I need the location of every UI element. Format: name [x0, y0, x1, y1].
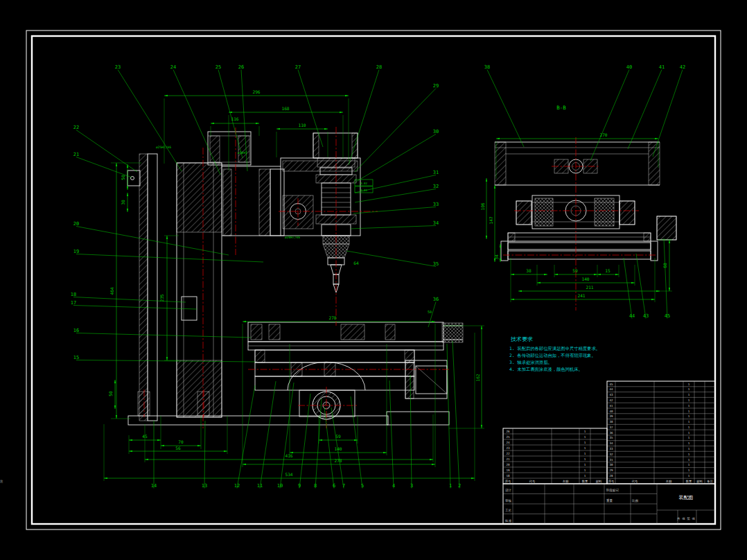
bom-qty: 1 — [688, 414, 690, 418]
dimension-text: 241 — [577, 293, 585, 298]
callout-number: 19 — [73, 249, 79, 254]
bom-seq: 25 — [506, 435, 510, 439]
drawing-title: 装配图 — [679, 495, 694, 500]
bom-qty: 1 — [688, 426, 690, 429]
callout-number: 9 — [298, 483, 301, 489]
callout-number: 10 — [277, 483, 283, 489]
bom-seq: 38 — [609, 420, 613, 423]
callout-number: 7 — [342, 483, 345, 489]
callout-leader — [299, 394, 310, 489]
tech-requirement-line: 1. 装配后的各部位应满足图中尺寸精度要求。 — [509, 346, 600, 351]
callout-leader — [447, 344, 450, 489]
bom-seq: 18 — [506, 474, 510, 478]
tech-requirements-title: 技术要求 — [510, 336, 533, 342]
callout-leader — [173, 70, 220, 175]
callout-number: 43 — [643, 313, 649, 319]
bom-header: 备注 — [707, 480, 713, 483]
bom-seq: 23 — [506, 446, 510, 450]
base-extension — [387, 412, 449, 425]
bom-seq: 33 — [609, 447, 613, 450]
callout-leader — [355, 89, 436, 173]
dimension-text: 464 — [109, 287, 114, 295]
spindle-cap — [313, 133, 358, 158]
bom-qty: 1 — [584, 441, 586, 444]
callout-leader — [260, 381, 276, 489]
bom-seq: 29 — [609, 469, 613, 472]
callout-number: 44 — [629, 313, 635, 319]
dimension-text: 534 — [285, 472, 292, 477]
bom-qty: 1 — [688, 393, 690, 396]
bom-seq: 20 — [506, 463, 510, 466]
column-wall — [148, 154, 157, 421]
bom-qty: 1 — [688, 404, 690, 408]
bom-seq: 34 — [609, 441, 613, 445]
bom-qty: 1 — [688, 387, 690, 391]
callout-number: 27 — [295, 64, 301, 70]
callout-leader — [237, 385, 255, 489]
callout-leader — [73, 297, 186, 303]
callout-number: 45 — [665, 313, 670, 319]
saddle-lower — [255, 376, 414, 390]
bom-header: 序号 — [505, 480, 511, 484]
callout-number: 16 — [73, 328, 79, 333]
bom-header: 代号 — [529, 480, 536, 483]
bom-header: 代号 — [631, 480, 638, 483]
dimension-text: 416 — [285, 453, 292, 458]
bom-qty: 1 — [584, 474, 586, 478]
callout-leader — [349, 70, 379, 166]
dimension-text: 59 — [335, 434, 341, 439]
slide-plate — [270, 169, 284, 236]
callout-number: 29 — [433, 83, 439, 89]
bom-header: 材料 — [595, 480, 602, 484]
sheet-frame — [26, 30, 721, 530]
bom-seq: 28 — [609, 474, 613, 478]
dimension-text: 50 — [108, 391, 113, 396]
tech-requirement-line: 3. 轴承处涂润滑脂。 — [509, 360, 552, 365]
sign-label: 审核 — [505, 499, 512, 502]
bom-qty: 1 — [688, 436, 690, 439]
callout-number: 22 — [73, 125, 79, 130]
bom-seq: 30 — [609, 463, 613, 466]
dimension-text: 50 — [121, 175, 125, 180]
bom-qty: 1 — [688, 431, 690, 435]
bom-seq: 43 — [609, 393, 613, 396]
bom-qty: 1 — [688, 458, 690, 462]
bom-seq: 44 — [609, 387, 613, 391]
callout-leader — [590, 70, 629, 161]
bom-seq: 36 — [609, 431, 613, 435]
dimension-text: 296 — [252, 89, 260, 94]
callout-leader — [624, 258, 632, 319]
callout-number: 35 — [433, 261, 439, 267]
bom-qty: 1 — [584, 457, 586, 461]
callout-number: 4 — [392, 483, 395, 489]
dimension-text: 0.01 — [360, 189, 368, 192]
callout-number: 6 — [333, 483, 335, 489]
dimension-text: 278 — [328, 315, 336, 320]
weight-label: 重量 — [606, 498, 613, 502]
stage-label: 阶段标记 — [606, 488, 619, 493]
callout-number: 30 — [433, 129, 439, 134]
bom-qty: 1 — [688, 453, 690, 456]
callout-number: 8 — [314, 483, 317, 489]
bom-header: 备注 — [0, 480, 3, 483]
callout-number: 38 — [484, 64, 490, 70]
callout-leader — [298, 70, 323, 148]
dimension-text: 235 — [159, 294, 164, 301]
callout-number: 40 — [626, 64, 632, 70]
callout-leader — [346, 251, 436, 267]
callout-leader — [218, 70, 243, 159]
bom-header: 名称 — [666, 480, 672, 483]
dimension-text: 68 — [662, 263, 667, 268]
callout-leader — [356, 134, 436, 182]
saddle-upper — [255, 350, 414, 362]
bom-header: 数量 — [686, 480, 692, 483]
callout-leader — [76, 333, 251, 338]
callout-leader — [76, 254, 263, 263]
callout-number: 28 — [376, 64, 382, 70]
callout-number: 32 — [433, 184, 439, 189]
rail-endcap-right — [651, 241, 658, 261]
callout-number: 41 — [659, 64, 665, 70]
callout-number: 17 — [71, 300, 76, 306]
callout-number: 36 — [433, 297, 439, 302]
tech-requirement-line: 4. 未加工表面涂底漆，颜色同机床。 — [509, 367, 583, 372]
